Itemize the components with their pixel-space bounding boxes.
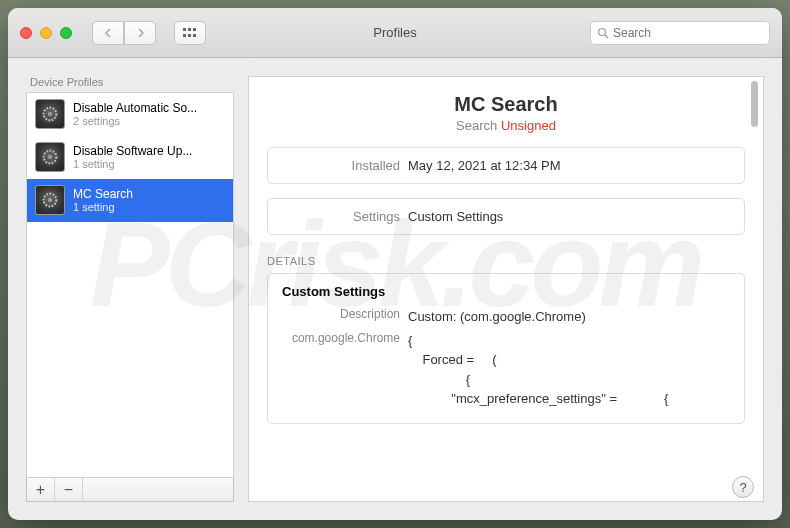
profile-item-title: Disable Software Up...: [73, 144, 192, 158]
profile-item-text: Disable Software Up... 1 setting: [73, 144, 192, 170]
profile-category: Search: [456, 118, 497, 133]
forward-button[interactable]: [124, 21, 156, 45]
gear-icon: [35, 185, 65, 215]
svg-line-7: [605, 35, 608, 38]
sidebar-header: Device Profiles: [26, 76, 234, 92]
sidebar: Device Profiles Disable Automatic So... …: [26, 76, 234, 502]
chevron-right-icon: [136, 28, 145, 38]
scroll-thumb[interactable]: [751, 81, 758, 127]
profile-item-title: Disable Automatic So...: [73, 101, 197, 115]
profile-item-2[interactable]: MC Search 1 setting: [27, 179, 233, 222]
details-box: Custom Settings Description Custom: (com…: [267, 273, 745, 424]
svg-point-9: [48, 112, 53, 117]
svg-point-11: [48, 155, 53, 160]
settings-label: Settings: [282, 209, 400, 224]
minimize-window-button[interactable]: [40, 27, 52, 39]
installed-box: Installed May 12, 2021 at 12:34 PM: [267, 147, 745, 184]
gear-icon: [35, 99, 65, 129]
detail-key: Description: [282, 307, 400, 327]
help-button[interactable]: ?: [732, 476, 754, 498]
details-label: DETAILS: [267, 255, 745, 267]
detail-value: { Forced = ( { "mcx_preference_settings"…: [408, 331, 730, 409]
svg-rect-2: [193, 28, 196, 31]
grid-icon: [183, 28, 197, 38]
profile-subtitle: Search Unsigned: [267, 118, 745, 133]
settings-box: Settings Custom Settings: [267, 198, 745, 235]
profile-item-1[interactable]: Disable Software Up... 1 setting: [27, 136, 233, 179]
profile-item-text: MC Search 1 setting: [73, 187, 133, 213]
detail-key: com.google.Chrome: [282, 331, 400, 409]
svg-rect-4: [188, 34, 191, 37]
chevron-left-icon: [104, 28, 113, 38]
remove-profile-button[interactable]: −: [55, 478, 83, 501]
profile-item-sub: 1 setting: [73, 201, 133, 213]
profile-item-0[interactable]: Disable Automatic So... 2 settings: [27, 93, 233, 136]
show-all-button[interactable]: [174, 21, 206, 45]
window-title: Profiles: [373, 25, 416, 40]
svg-rect-0: [183, 28, 186, 31]
traffic-lights: [20, 27, 72, 39]
svg-rect-5: [193, 34, 196, 37]
detail-value: Custom: (com.google.Chrome): [408, 307, 730, 327]
profile-name: MC Search: [267, 93, 745, 116]
installed-value: May 12, 2021 at 12:34 PM: [408, 158, 560, 173]
search-input[interactable]: [613, 26, 763, 40]
titlebar: Profiles: [8, 8, 782, 58]
search-icon: [597, 27, 609, 39]
installed-label: Installed: [282, 158, 400, 173]
content-area: Device Profiles Disable Automatic So... …: [8, 58, 782, 520]
gear-icon: [35, 142, 65, 172]
back-button[interactable]: [92, 21, 124, 45]
detail-row-description: Description Custom: (com.google.Chrome): [282, 307, 730, 327]
sidebar-footer: + −: [26, 478, 234, 502]
profile-item-text: Disable Automatic So... 2 settings: [73, 101, 197, 127]
profile-item-title: MC Search: [73, 187, 133, 201]
nav-buttons: [92, 21, 156, 45]
details-heading: Custom Settings: [282, 284, 730, 299]
close-window-button[interactable]: [20, 27, 32, 39]
svg-point-6: [599, 28, 606, 35]
main-panel: MC Search Search Unsigned Installed May …: [248, 76, 764, 502]
signed-status: Unsigned: [501, 118, 556, 133]
search-box[interactable]: [590, 21, 770, 45]
svg-point-13: [48, 198, 53, 203]
add-profile-button[interactable]: +: [27, 478, 55, 501]
scrollbar[interactable]: [747, 79, 761, 499]
zoom-window-button[interactable]: [60, 27, 72, 39]
profile-list: Disable Automatic So... 2 settings Disab…: [26, 92, 234, 478]
profile-item-sub: 1 setting: [73, 158, 192, 170]
preferences-window: Profiles Device Profiles Disable Automat…: [8, 8, 782, 520]
detail-row-domain: com.google.Chrome { Forced = ( { "mcx_pr…: [282, 331, 730, 409]
profile-item-sub: 2 settings: [73, 115, 197, 127]
svg-rect-1: [188, 28, 191, 31]
settings-value: Custom Settings: [408, 209, 503, 224]
svg-rect-3: [183, 34, 186, 37]
